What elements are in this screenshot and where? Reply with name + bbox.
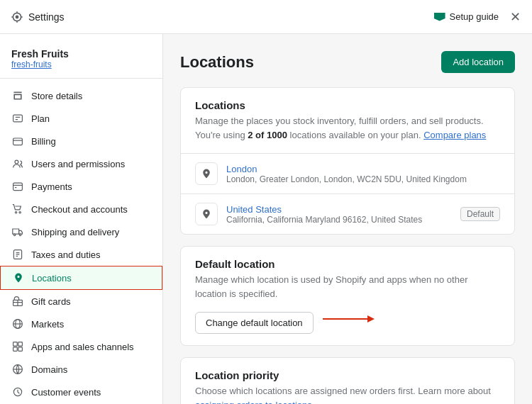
sidebar-item-users[interactable]: Users and permissions — [0, 152, 162, 175]
sidebar-item-domains[interactable]: Domains — [0, 358, 162, 381]
location-pin-london — [195, 162, 218, 185]
domains-icon — [11, 363, 24, 376]
svg-rect-23 — [18, 342, 23, 347]
sidebar: Fresh Fruits fresh-fruits Store details … — [0, 34, 163, 404]
locations-card-title: Locations — [195, 99, 500, 111]
sidebar-label-shipping: Shipping and delivery — [31, 227, 119, 237]
page-header: Locations Add location — [180, 51, 515, 73]
location-item-us: United States California, California Mar… — [181, 194, 514, 234]
payments-icon — [11, 180, 24, 193]
assigning-orders-link[interactable]: assigning orders to locations — [195, 400, 312, 405]
sidebar-item-gift-cards[interactable]: Gift cards — [0, 290, 162, 313]
locations-card: Locations Manage the places you stock in… — [180, 87, 515, 235]
billing-icon — [11, 135, 24, 147]
svg-rect-22 — [13, 342, 18, 347]
users-icon — [11, 157, 24, 170]
layout: Fresh Fruits fresh-fruits Store details … — [0, 34, 532, 404]
priority-title: Location priority — [195, 369, 500, 381]
flag-icon — [434, 13, 445, 21]
markets-icon — [11, 318, 24, 330]
location-name-us[interactable]: United States — [226, 204, 452, 215]
locations-card-desc: Manage the places you stock inventory, f… — [195, 114, 500, 142]
sidebar-label-customer-events: Customer events — [31, 387, 101, 398]
svg-marker-29 — [367, 315, 375, 322]
usage-count: 2 of 1000 — [248, 130, 287, 140]
gift-icon — [11, 295, 24, 308]
sidebar-label-plan: Plan — [31, 113, 50, 124]
taxes-icon — [11, 248, 24, 261]
sidebar-label-store-details: Store details — [31, 91, 82, 101]
svg-point-10 — [13, 234, 15, 235]
sidebar-item-billing[interactable]: Billing — [0, 130, 162, 152]
location-pin-us — [195, 203, 218, 225]
sidebar-label-checkout: Checkout and accounts — [31, 204, 128, 215]
sidebar-label-payments: Payments — [31, 181, 72, 192]
page-title: Locations — [180, 53, 254, 72]
svg-point-8 — [15, 212, 16, 213]
sidebar-label-domains: Domains — [31, 364, 67, 375]
location-addr-london: London, Greater London, London, WC2N 5DU… — [226, 174, 500, 184]
sidebar-item-store-details[interactable]: Store details — [0, 84, 162, 107]
setup-guide-button[interactable]: Setup guide — [434, 11, 499, 22]
svg-rect-25 — [18, 347, 23, 352]
sidebar-item-customer-events[interactable]: Customer events — [0, 381, 162, 403]
sidebar-label-markets: Markets — [31, 319, 64, 330]
add-location-button[interactable]: Add location — [441, 51, 515, 73]
change-default-button[interactable]: Change default location — [195, 312, 314, 334]
sidebar-item-payments[interactable]: Payments — [0, 175, 162, 198]
location-icon — [12, 271, 25, 284]
default-location-title: Default location — [195, 258, 500, 270]
close-icon: ✕ — [510, 9, 521, 25]
plan-icon — [11, 112, 24, 125]
setup-guide-label: Setup guide — [450, 11, 499, 22]
pin-icon-london — [201, 168, 212, 179]
svg-rect-0 — [13, 115, 23, 122]
sidebar-item-apps-channels[interactable]: Apps and sales channels — [0, 335, 162, 358]
pin-icon-us — [201, 208, 212, 220]
shipping-icon — [11, 225, 24, 238]
svg-point-9 — [19, 212, 21, 213]
default-location-section: Default location Manage which location i… — [181, 247, 514, 345]
priority-desc-suffix: . — [312, 400, 315, 405]
desc-suffix: locations available on your plan. — [287, 130, 421, 140]
locations-header-section: Locations Manage the places you stock in… — [181, 88, 514, 154]
location-details-us: United States California, California Mar… — [226, 204, 452, 225]
sidebar-item-shipping[interactable]: Shipping and delivery — [0, 220, 162, 243]
topbar-title: Settings — [28, 11, 65, 23]
store-url[interactable]: fresh-fruits — [11, 60, 151, 69]
checkout-icon — [11, 203, 24, 215]
main-content: Locations Add location Locations Manage … — [163, 34, 532, 404]
location-item-london: London London, Greater London, London, W… — [181, 154, 514, 194]
topbar-left: Settings — [11, 11, 65, 23]
sidebar-item-taxes[interactable]: Taxes and duties — [0, 243, 162, 266]
store-icon — [11, 89, 24, 102]
priority-card: Location priority Choose which locations… — [180, 357, 515, 404]
arrow-indicator: Change default location — [195, 303, 500, 334]
events-icon — [11, 386, 24, 398]
sidebar-item-plan[interactable]: Plan — [0, 107, 162, 130]
priority-section: Location priority Choose which locations… — [181, 358, 514, 404]
svg-point-11 — [19, 234, 21, 235]
sidebar-label-users: Users and permissions — [31, 159, 125, 169]
location-name-london[interactable]: London — [226, 164, 500, 174]
topbar-right: Setup guide ✕ — [434, 9, 521, 25]
default-location-desc: Manage which location is used by Shopify… — [195, 273, 500, 301]
sidebar-label-taxes: Taxes and duties — [31, 249, 101, 260]
default-location-card: Default location Manage which location i… — [180, 246, 515, 346]
location-addr-us: California, California Maryland 96162, U… — [226, 215, 452, 225]
svg-rect-3 — [13, 138, 23, 145]
sidebar-label-locations: Locations — [32, 273, 72, 284]
close-button[interactable]: ✕ — [510, 9, 521, 25]
red-arrow-icon — [319, 312, 376, 326]
sidebar-item-markets[interactable]: Markets — [0, 313, 162, 335]
sidebar-item-locations[interactable]: Locations — [0, 266, 162, 290]
sidebar-label-gift-cards: Gift cards — [31, 296, 71, 307]
location-details-london: London London, Greater London, London, W… — [226, 164, 500, 184]
compare-plans-link[interactable]: Compare plans — [423, 130, 486, 140]
svg-rect-6 — [13, 183, 23, 190]
topbar: Settings Setup guide ✕ — [0, 0, 532, 34]
default-badge: Default — [460, 207, 500, 221]
apps-icon — [11, 340, 24, 353]
sidebar-item-checkout[interactable]: Checkout and accounts — [0, 198, 162, 220]
store-name: Fresh Fruits — [11, 48, 151, 60]
